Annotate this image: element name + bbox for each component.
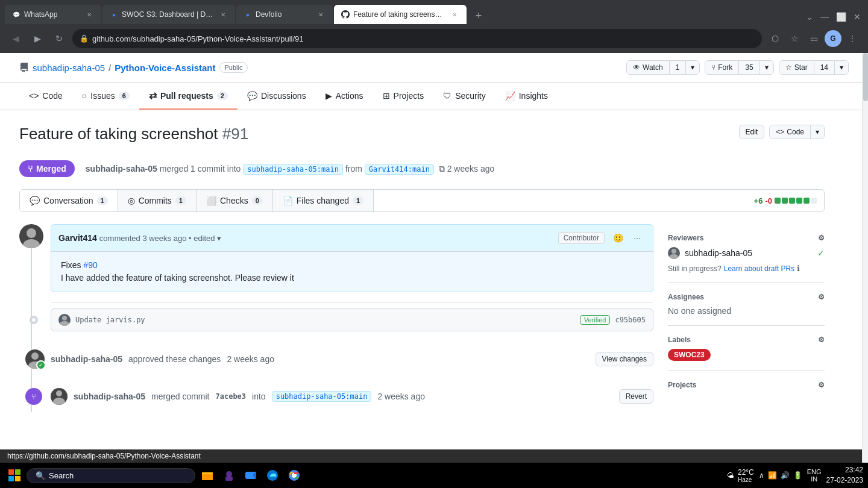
nav-actions[interactable]: ▶ Actions xyxy=(316,83,373,110)
taskbar-teams[interactable] xyxy=(219,466,239,485)
taskbar-chrome[interactable] xyxy=(285,466,304,485)
github-page: subhadip-saha-05 / Python-Voice-Assistan… xyxy=(0,53,868,449)
system-clock[interactable]: 23:42 27-02-2023 xyxy=(826,465,863,486)
taskbar-zoom[interactable] xyxy=(241,466,260,485)
nav-security[interactable]: 🛡 Security xyxy=(433,83,495,110)
fork-main[interactable]: ⑂ Fork xyxy=(705,61,739,74)
comment-action: commented xyxy=(99,234,140,243)
tab-close-whatsapp[interactable]: ✕ xyxy=(84,10,94,19)
tab-swoc[interactable]: ● SWOC S3: Dashboard | Devfolio ✕ xyxy=(102,5,235,24)
sound-icon[interactable]: 🔊 xyxy=(781,471,790,480)
revert-button[interactable]: Revert xyxy=(619,389,653,404)
commit-hash[interactable]: c95b605 xyxy=(615,316,646,324)
pr-tab-commits[interactable]: ◎ Commits 1 xyxy=(118,190,197,211)
language-indicator[interactable]: ENGIN xyxy=(807,468,822,483)
forward-button[interactable]: ▶ xyxy=(29,30,46,47)
minimize-button[interactable]: — xyxy=(818,10,831,24)
emoji-reaction-button[interactable]: 🙂 xyxy=(609,230,626,246)
learn-draft-link[interactable]: Learn about draft PRs xyxy=(724,264,794,273)
pr-tab-files[interactable]: 📄 Files changed 1 xyxy=(273,190,374,211)
tab-overflow-down[interactable]: ⌄ xyxy=(804,10,816,24)
star-button[interactable]: ☆ Star 14 ▾ xyxy=(779,60,849,75)
code-dropdown-button[interactable]: <> Code ▾ xyxy=(769,125,825,139)
new-tab-button[interactable]: + xyxy=(470,7,487,24)
refresh-button[interactable]: ↻ xyxy=(51,30,68,47)
watch-button[interactable]: 👁 Watch 1 ▾ xyxy=(626,60,700,75)
fork-caret[interactable]: ▾ xyxy=(760,61,773,74)
taskbar-search-bar[interactable]: 🔍 Search xyxy=(27,468,195,483)
commit-message[interactable]: Update jarvis.py xyxy=(75,316,145,324)
taskbar-file-explorer[interactable] xyxy=(198,466,217,485)
tab-close-swoc[interactable]: ✕ xyxy=(218,10,228,19)
address-bar[interactable]: 🔒 github.com/subhadip-saha-05/Python-Voi… xyxy=(72,29,762,48)
star-caret[interactable]: ▾ xyxy=(835,61,848,74)
profile-button[interactable]: G xyxy=(825,30,841,47)
reviewer-name: subhadip-saha-05 xyxy=(685,248,752,258)
nav-issues[interactable]: ○ Issues 6 xyxy=(72,83,139,110)
pr-tab-conversation[interactable]: 💬 Conversation 1 xyxy=(20,190,118,211)
pr-copy-icon[interactable]: ⧉ xyxy=(439,164,445,174)
owner-link[interactable]: subhadip-saha-05 xyxy=(33,63,105,73)
merge-commit-hash[interactable]: 7acebe3 xyxy=(216,392,247,401)
scrollbar-thumb[interactable] xyxy=(863,53,868,101)
tab-close-github[interactable]: ✕ xyxy=(450,10,459,19)
browser-tabs: 💬 WhatsApp ✕ ● SWOC S3: Dashboard | Devf… xyxy=(0,0,868,24)
view-changes-button[interactable]: View changes xyxy=(596,352,654,366)
code-caret-btn[interactable]: ▾ xyxy=(811,125,824,139)
star-main[interactable]: ☆ Star xyxy=(779,61,814,74)
cast-icon[interactable]: ⬡ xyxy=(767,30,784,47)
taskbar-edge[interactable] xyxy=(263,466,282,485)
diff-block-4 xyxy=(796,198,802,204)
restore-button[interactable]: ⬜ xyxy=(834,10,849,24)
nav-insights[interactable]: 📈 Insights xyxy=(495,83,558,110)
svg-rect-12 xyxy=(8,476,14,481)
watch-main[interactable]: 👁 Watch xyxy=(627,61,670,74)
contributor-badge: Contributor xyxy=(558,232,605,244)
projects-label: Projects xyxy=(668,381,696,389)
nav-security-label: Security xyxy=(455,91,486,101)
more-comment-options-button[interactable]: ··· xyxy=(629,230,646,246)
nav-projects[interactable]: ⊞ Projects xyxy=(373,83,434,110)
reviewers-gear-icon[interactable]: ⚙ xyxy=(818,234,825,242)
info-icon[interactable]: ℹ xyxy=(797,264,800,273)
tab-whatsapp[interactable]: 💬 WhatsApp ✕ xyxy=(5,5,101,24)
scrollbar-track[interactable] xyxy=(862,53,868,449)
bookmark-icon[interactable]: ☆ xyxy=(786,30,803,47)
no-assignees-label: No one assigned xyxy=(668,306,731,316)
code-main-btn[interactable]: <> Code xyxy=(770,125,811,139)
edit-button[interactable]: Edit xyxy=(739,125,765,139)
fixes-link[interactable]: #90 xyxy=(83,260,97,270)
nav-discussions-label: Discussions xyxy=(261,91,306,101)
comment-body: Fixes #90 I have added the feature of ta… xyxy=(51,252,653,292)
conversation-count: 1 xyxy=(97,196,108,205)
pr-tab-checks[interactable]: ⬜ Checks 0 xyxy=(197,190,273,211)
nav-discussions[interactable]: 💬 Discussions xyxy=(237,83,316,110)
commits-tab-icon: ◎ xyxy=(128,196,135,205)
repo-name-link[interactable]: Python-Voice-Assistant xyxy=(115,63,215,73)
back-button[interactable]: ◀ xyxy=(7,30,24,47)
tab-github[interactable]: Feature of taking screenshot by G... ✕ xyxy=(334,5,467,24)
projects-gear-icon[interactable]: ⚙ xyxy=(818,381,825,389)
battery-icon[interactable]: 🔋 xyxy=(793,471,802,480)
more-options-icon[interactable]: ⋮ xyxy=(844,30,861,47)
comment-edited-caret[interactable]: ▾ xyxy=(217,234,221,243)
nav-code[interactable]: <> Code xyxy=(19,83,72,110)
merged-badge: ⑂ Merged xyxy=(19,160,75,177)
network-icon[interactable]: 📶 xyxy=(768,471,777,480)
labels-gear-icon[interactable]: ⚙ xyxy=(818,336,825,344)
sidebar-toggle-icon[interactable]: ▭ xyxy=(805,30,822,47)
nav-pull-requests[interactable]: ⇄ Pull requests 2 xyxy=(139,83,237,110)
fork-button[interactable]: ⑂ Fork 35 ▾ xyxy=(705,60,773,75)
comment-meta: commented 3 weeks ago • edited ▾ xyxy=(99,234,221,243)
repo-header: subhadip-saha-05 / Python-Voice-Assistan… xyxy=(0,53,868,83)
watch-caret[interactable]: ▾ xyxy=(686,61,699,74)
issues-icon: ○ xyxy=(82,91,87,101)
up-arrow-icon[interactable]: ∧ xyxy=(759,471,764,480)
taskbar-search-icon: 🔍 xyxy=(36,471,45,480)
tab-devfolio[interactable]: ● Devfolio ✕ xyxy=(236,5,333,24)
diff-block-2 xyxy=(782,198,788,204)
tab-close-devfolio[interactable]: ✕ xyxy=(316,10,326,19)
assignees-gear-icon[interactable]: ⚙ xyxy=(818,293,825,301)
start-button[interactable] xyxy=(5,466,24,485)
close-window-button[interactable]: ✕ xyxy=(851,10,863,24)
